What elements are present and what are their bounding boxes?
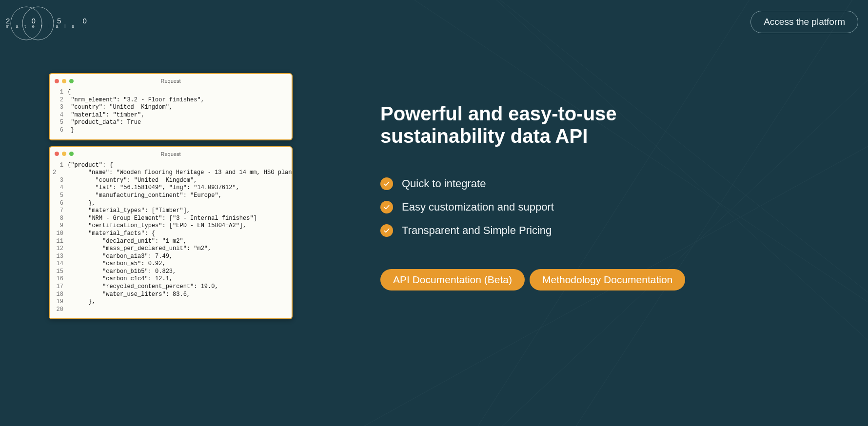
code-line: 11 "declared_unit": "1 m2", [53, 238, 289, 246]
code-text: }, [67, 298, 96, 306]
line-number: 18 [53, 291, 63, 299]
code-text: "water_use_liters": 83.6, [67, 291, 190, 299]
line-number: 15 [53, 268, 63, 276]
line-number: 12 [53, 245, 63, 253]
line-number: 4 [53, 112, 63, 119]
line-number: 2 [53, 169, 56, 177]
code-line: 12 "mass_per_declared_unit": "m2", [53, 245, 289, 253]
code-line: 8 "NRM - Group Element": ["3 - Internal … [53, 215, 289, 223]
line-number: 4 [53, 184, 63, 192]
code-text: "carbon_b1b5": 0.823, [67, 268, 176, 276]
code-text: "recycled_content_percent": 19.0, [67, 283, 218, 291]
code-window-0: Request1{2 "nrm_element": "3.2 - Floor f… [49, 73, 293, 140]
brand-logo: 2 0 5 0 m a t e r i a l s [3, 4, 97, 29]
line-number: 6 [53, 200, 63, 208]
code-text: "manufacturing_continent": "Europe", [67, 192, 222, 200]
check-icon [380, 177, 393, 190]
code-line: 6 } [53, 127, 289, 135]
access-platform-button[interactable]: Access the platform [750, 11, 858, 33]
code-line: 3 "country": "United Kingdom", [53, 177, 289, 185]
code-text: }, [67, 200, 96, 208]
code-window-1: Request1{"product": {2 "name": "Wooden f… [49, 146, 293, 320]
line-number: 14 [53, 260, 63, 268]
line-number: 17 [53, 283, 63, 291]
feature-label: Transparent and Simple Pricing [402, 224, 552, 237]
line-number: 19 [53, 298, 63, 306]
methodology-documentation-button[interactable]: Methodology Documentation [530, 269, 685, 290]
line-number: 16 [53, 275, 63, 283]
check-icon [380, 224, 393, 237]
code-line: 9 "certification_types": ["EPD - EN 1580… [53, 222, 289, 230]
code-text: "product_data": True [67, 119, 141, 127]
code-line: 4 "material": "timber", [53, 112, 289, 119]
code-window-body: 1{"product": {2 "name": "Wooden flooring… [50, 161, 292, 319]
code-window-title: Request [50, 151, 292, 157]
code-line: 19 }, [53, 298, 289, 306]
code-line: 3 "country": "United Kingdom", [53, 104, 289, 112]
line-number: 10 [53, 230, 63, 238]
code-window-titlebar: Request [50, 74, 292, 88]
code-text: "NRM - Group Element": ["3 - Internal fi… [67, 215, 257, 223]
api-documentation-button[interactable]: API Documentation (Beta) [380, 269, 525, 290]
code-line: 4 "lat": "56.1581049", "lng": "14.093761… [53, 184, 289, 192]
header: 2 0 5 0 m a t e r i a l s Access the pla… [0, 0, 868, 33]
feature-item: Quick to integrate [380, 177, 692, 190]
line-number: 5 [53, 119, 63, 127]
code-text: "name": "Wooden flooring Heritage - 13 a… [60, 169, 293, 177]
code-line: 20 [53, 306, 289, 314]
code-line: 10 "material_facts": { [53, 230, 289, 238]
code-text: } [67, 127, 74, 135]
line-number: 6 [53, 127, 63, 135]
feature-item: Transparent and Simple Pricing [380, 224, 692, 237]
code-text: "declared_unit": "1 m2", [67, 238, 187, 246]
code-line: 1{ [53, 89, 289, 97]
code-line: 2 "name": "Wooden flooring Heritage - 13… [53, 169, 289, 177]
feature-item: Easy customization and support [380, 201, 692, 213]
line-number: 9 [53, 222, 63, 230]
code-line: 5 "manufacturing_continent": "Europe", [53, 192, 289, 200]
code-text: { [67, 89, 71, 97]
code-line: 1{"product": { [53, 162, 289, 170]
code-window-body: 1{2 "nrm_element": "3.2 - Floor finishes… [50, 88, 292, 139]
code-text: "mass_per_declared_unit": "m2", [67, 245, 211, 253]
line-number: 8 [53, 215, 63, 223]
code-line: 18 "water_use_liters": 83.6, [53, 291, 289, 299]
code-text: "carbon_c1c4": 12.1, [67, 275, 173, 283]
line-number: 5 [53, 192, 63, 200]
page-headline: Powerful and easy-to-use sustainability … [380, 102, 692, 147]
code-text: "material": "timber", [67, 112, 144, 119]
check-icon [380, 201, 393, 213]
line-number: 1 [53, 162, 63, 170]
feature-label: Quick to integrate [402, 177, 486, 190]
code-line: 13 "carbon_a1a3": 7.49, [53, 253, 289, 261]
code-text: {"product": { [67, 162, 113, 170]
feature-label: Easy customization and support [402, 201, 554, 213]
code-text: "material_facts": { [67, 230, 155, 238]
code-text: "material_types": ["Timber"], [67, 207, 190, 215]
line-number: 7 [53, 207, 63, 215]
code-window-titlebar: Request [50, 147, 292, 161]
code-text: "carbon_a5": 0.92, [67, 260, 166, 268]
line-number: 1 [53, 89, 63, 97]
code-text: "nrm_element": "3.2 - Floor finishes", [67, 97, 204, 104]
code-line: 5 "product_data": True [53, 119, 289, 127]
code-line: 2 "nrm_element": "3.2 - Floor finishes", [53, 97, 289, 104]
line-number: 3 [53, 104, 63, 112]
code-window-title: Request [50, 78, 292, 84]
code-line: 16 "carbon_c1c4": 12.1, [53, 275, 289, 283]
code-line: 15 "carbon_b1b5": 0.823, [53, 268, 289, 276]
code-text: "country": "United Kingdom", [67, 104, 173, 112]
code-text: "lat": "56.1581049", "lng": "14.0937612"… [67, 184, 239, 192]
line-number: 3 [53, 177, 63, 185]
code-text: "country": "United Kingdom", [67, 177, 197, 185]
line-number: 20 [53, 306, 63, 314]
line-number: 13 [53, 253, 63, 261]
line-number: 2 [53, 97, 63, 104]
code-text: "certification_types": ["EPD - EN 15804+… [67, 222, 246, 230]
code-line: 17 "recycled_content_percent": 19.0, [53, 283, 289, 291]
code-text: "carbon_a1a3": 7.49, [67, 253, 173, 261]
code-line: 7 "material_types": ["Timber"], [53, 207, 289, 215]
code-line: 6 }, [53, 200, 289, 208]
line-number: 11 [53, 238, 63, 246]
brand-subtitle: m a t e r i a l s [6, 24, 77, 29]
